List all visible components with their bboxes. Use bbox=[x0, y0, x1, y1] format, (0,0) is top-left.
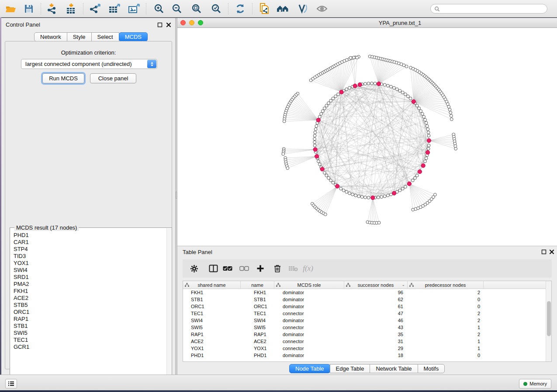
network-node[interactable] bbox=[401, 187, 404, 190]
mcds-result-item[interactable]: STB5 bbox=[14, 302, 166, 309]
network-node[interactable] bbox=[370, 82, 374, 85]
network-node[interactable] bbox=[390, 85, 393, 88]
network-node[interactable] bbox=[334, 95, 337, 98]
network-node[interactable] bbox=[337, 93, 340, 96]
column-header-name[interactable]: name bbox=[241, 281, 274, 289]
network-node[interactable] bbox=[327, 102, 330, 105]
network-node[interactable] bbox=[323, 107, 326, 110]
mcds-hub-node[interactable] bbox=[320, 167, 324, 171]
network-node[interactable] bbox=[332, 97, 335, 100]
network-node[interactable] bbox=[345, 88, 348, 91]
network-window-titlebar[interactable]: YPA_prune.txt_1 bbox=[177, 18, 557, 28]
network-node[interactable] bbox=[454, 147, 457, 150]
network-node[interactable] bbox=[364, 196, 367, 199]
network-node[interactable] bbox=[414, 176, 417, 179]
network-node[interactable] bbox=[409, 97, 412, 100]
window-minimize-button[interactable] bbox=[189, 20, 194, 25]
float-panel-icon[interactable] bbox=[541, 249, 547, 254]
network-node[interactable] bbox=[348, 192, 351, 195]
table-row[interactable]: STB1STB1dominator620 bbox=[183, 296, 546, 303]
zoom-selected-button[interactable] bbox=[209, 2, 224, 16]
mcds-result-item[interactable]: YOX1 bbox=[14, 260, 166, 267]
network-node[interactable] bbox=[318, 163, 321, 166]
open-file-button[interactable] bbox=[3, 2, 18, 16]
table-row[interactable]: RAP1RAP1dominator352 bbox=[183, 331, 546, 338]
network-node[interactable] bbox=[354, 194, 357, 197]
table-scrollbar[interactable] bbox=[546, 281, 551, 361]
column-header-successor-nodes[interactable]: successor nodes⌄ bbox=[344, 281, 408, 289]
settings-gear-button[interactable] bbox=[187, 262, 201, 275]
mcds-hub-node[interactable] bbox=[377, 82, 381, 86]
network-node[interactable] bbox=[380, 196, 383, 199]
network-node[interactable] bbox=[419, 110, 422, 113]
network-node[interactable] bbox=[321, 110, 324, 113]
network-node[interactable] bbox=[398, 189, 401, 192]
network-node[interactable] bbox=[323, 172, 326, 175]
network-node[interactable] bbox=[412, 179, 415, 182]
column-header-MCDS-role[interactable]: MCDS role bbox=[274, 281, 344, 289]
network-node[interactable] bbox=[415, 104, 419, 107]
network-node[interactable] bbox=[448, 108, 451, 111]
mcds-hub-node[interactable] bbox=[371, 196, 375, 199]
select-all-button[interactable] bbox=[221, 262, 234, 275]
network-node[interactable] bbox=[329, 99, 332, 102]
mcds-hub-node[interactable] bbox=[421, 164, 425, 168]
network-node[interactable] bbox=[313, 141, 316, 144]
network-node[interactable] bbox=[317, 160, 320, 163]
delete-button[interactable] bbox=[271, 262, 284, 275]
network-node[interactable] bbox=[404, 93, 407, 96]
table-row[interactable]: ACE2ACE2connector311 bbox=[183, 338, 546, 345]
network-node[interactable] bbox=[398, 89, 401, 93]
mcds-result-item[interactable]: STP4 bbox=[14, 246, 166, 253]
tab-network-table[interactable]: Network Table bbox=[370, 364, 418, 373]
network-node[interactable] bbox=[320, 113, 323, 116]
close-panel-button[interactable]: Close panel bbox=[90, 73, 136, 83]
network-node[interactable] bbox=[405, 65, 408, 68]
mcds-hub-node[interactable] bbox=[336, 184, 339, 188]
run-mcds-button[interactable]: Run MCDS bbox=[42, 73, 84, 83]
tab-edge-table[interactable]: Edge Table bbox=[330, 364, 370, 373]
tab-network[interactable]: Network bbox=[34, 32, 67, 41]
mcds-result-item[interactable]: FKH1 bbox=[14, 288, 166, 295]
network-node[interactable] bbox=[401, 91, 404, 94]
result-scrollbar[interactable] bbox=[166, 228, 171, 388]
mcds-result-item[interactable]: GCR1 bbox=[14, 344, 166, 351]
network-node[interactable] bbox=[318, 115, 321, 118]
zoom-in-button[interactable] bbox=[152, 2, 166, 16]
network-node[interactable] bbox=[357, 195, 360, 198]
network-node[interactable] bbox=[332, 181, 335, 184]
mcds-result-item[interactable]: PMA2 bbox=[14, 281, 166, 288]
export-image-button[interactable] bbox=[127, 2, 142, 16]
mcds-hub-node[interactable] bbox=[316, 118, 320, 122]
mcds-result-item[interactable]: SRD1 bbox=[14, 274, 166, 281]
table-row[interactable]: ORC1ORC1dominator610 bbox=[183, 303, 546, 310]
export-table-button[interactable] bbox=[107, 2, 122, 16]
optimization-criterion-select[interactable]: largest connected component (undirected) bbox=[21, 59, 157, 69]
network-node[interactable] bbox=[404, 186, 407, 189]
memory-button[interactable]: Memory bbox=[519, 379, 551, 389]
network-node[interactable] bbox=[424, 160, 427, 163]
import-table-button[interactable] bbox=[64, 2, 79, 16]
column-header-shared-name[interactable]: shared name bbox=[183, 281, 241, 289]
network-node[interactable] bbox=[345, 190, 348, 193]
network-node[interactable] bbox=[356, 56, 359, 59]
network-node[interactable] bbox=[393, 86, 396, 89]
network-node[interactable] bbox=[313, 138, 316, 141]
network-node[interactable] bbox=[286, 167, 289, 170]
network-node[interactable] bbox=[339, 187, 343, 190]
mcds-result-item[interactable]: ORC1 bbox=[14, 309, 166, 316]
mcds-result-item[interactable]: TEC1 bbox=[14, 337, 166, 344]
network-node[interactable] bbox=[374, 82, 377, 85]
float-panel-icon[interactable] bbox=[157, 22, 163, 28]
window-zoom-button[interactable] bbox=[198, 20, 203, 25]
network-node[interactable] bbox=[395, 88, 398, 91]
table-row[interactable]: SWI4SWI4dominator462 bbox=[183, 317, 546, 324]
mcds-hub-node[interactable] bbox=[418, 170, 422, 174]
network-node[interactable] bbox=[324, 213, 327, 216]
show-columns-button[interactable] bbox=[207, 262, 220, 275]
table-row[interactable]: SWI5SWI5connector431 bbox=[183, 324, 546, 331]
deselect-all-button[interactable] bbox=[238, 262, 251, 275]
tab-node-table[interactable]: Node Table bbox=[289, 364, 330, 373]
network-node[interactable] bbox=[364, 83, 367, 86]
network-node[interactable] bbox=[426, 128, 429, 131]
